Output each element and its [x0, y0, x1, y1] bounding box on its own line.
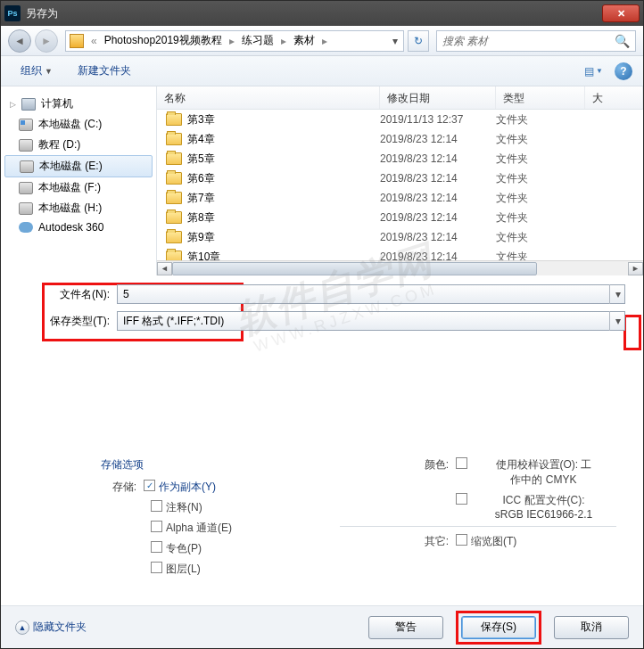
folder-icon [166, 192, 182, 204]
tree-drive-c[interactable]: 本地磁盘 (C:) [1, 114, 156, 135]
filetype-combo[interactable]: IFF 格式 (*.IFF;*.TDI) [117, 311, 625, 331]
notes-checkbox[interactable] [151, 500, 162, 512]
h-scrollbar[interactable]: ◄ ► [157, 260, 643, 275]
file-name: 第9章 [187, 230, 215, 245]
file-row[interactable]: 第8章2019/8/23 12:14文件夹 [157, 208, 643, 227]
spot-checkbox[interactable] [151, 541, 162, 553]
col-size[interactable]: 大 [585, 86, 643, 109]
file-type: 文件夹 [496, 250, 585, 261]
view-mode-button[interactable]: ▤ ▼ [580, 62, 607, 80]
breadcrumb[interactable]: « Photoshop2019视频教程 ▸ 练习题 ▸ 素材 ▸ ▾ [65, 30, 404, 52]
file-date: 2019/8/23 12:14 [380, 172, 496, 185]
scroll-right-button[interactable]: ► [628, 262, 643, 275]
filename-section: 文件名(N): 5 ▾ 保存类型(T): IFF 格式 (*.IFF;*.TDI… [1, 275, 643, 341]
save-button[interactable]: 保存(S) [461, 616, 536, 639]
tree-computer[interactable]: ▷ 计算机 [1, 94, 156, 114]
drive-icon [20, 160, 34, 173]
file-list: 名称 修改日期 类型 大 第3章2019/11/13 12:37文件夹第4章20… [157, 86, 643, 275]
tree-drive-d[interactable]: 教程 (D:) [1, 135, 156, 155]
sidebar-tree: ▷ 计算机 本地磁盘 (C:) 教程 (D:) 本地磁盘 (E:) 本地磁盘 (… [1, 86, 157, 275]
breadcrumb-part[interactable]: Photoshop2019视频教程 [101, 33, 226, 48]
filename-label: 文件名(N): [45, 287, 117, 302]
file-row[interactable]: 第10章2019/8/23 12:14文件夹 [157, 247, 643, 260]
folder-icon [166, 152, 182, 165]
search-icon[interactable]: 🔍 [615, 34, 630, 48]
chevron-right-icon: « [87, 35, 101, 47]
tree-drive-e[interactable]: 本地磁盘 (E:) [4, 155, 153, 177]
file-row[interactable]: 第6章2019/8/23 12:14文件夹 [157, 168, 643, 188]
save-as-dialog: Ps 另存为 ✕ ◄ ► « Photoshop2019视频教程 ▸ 练习题 ▸… [0, 0, 644, 649]
as-copy-checkbox[interactable]: ✓ [144, 480, 155, 491]
thumb-checkbox[interactable] [456, 534, 467, 546]
col-type[interactable]: 类型 [496, 86, 585, 109]
computer-icon [21, 98, 36, 111]
warning-button[interactable]: 警告 [368, 616, 443, 639]
file-type: 文件夹 [496, 210, 585, 226]
forward-button[interactable]: ► [35, 29, 58, 53]
file-date: 2019/8/23 12:14 [380, 211, 496, 224]
file-type: 文件夹 [496, 171, 585, 186]
file-name: 第3章 [187, 112, 215, 127]
organize-menu[interactable]: 组织▼ [12, 60, 62, 82]
breadcrumb-part[interactable]: 练习题 [238, 33, 277, 48]
dialog-title: 另存为 [26, 6, 602, 21]
file-row[interactable]: 第9章2019/8/23 12:14文件夹 [157, 227, 643, 247]
scroll-left-button[interactable]: ◄ [157, 262, 172, 275]
tree-drive-h[interactable]: 本地磁盘 (H:) [1, 198, 156, 218]
footer: ▲ 隐藏文件夹 警告 保存(S) 取消 [1, 605, 643, 648]
file-type: 文件夹 [496, 191, 585, 206]
file-date: 2019/8/23 12:14 [380, 152, 496, 165]
refresh-button[interactable]: ↻ [408, 30, 429, 52]
icc-checkbox[interactable] [456, 493, 467, 505]
search-box[interactable]: 🔍 [436, 30, 636, 52]
chevron-down-icon[interactable]: ▾ [609, 284, 625, 304]
filetype-label: 保存类型(T): [45, 314, 117, 329]
file-type: 文件夹 [496, 230, 585, 245]
alpha-checkbox[interactable] [151, 521, 162, 532]
file-row[interactable]: 第3章2019/11/13 12:37文件夹 [157, 110, 643, 129]
layers-checkbox[interactable] [151, 562, 162, 573]
proof-checkbox[interactable] [456, 457, 467, 469]
file-row[interactable]: 第5章2019/8/23 12:14文件夹 [157, 149, 643, 168]
file-row[interactable]: 第4章2019/8/23 12:14文件夹 [157, 129, 643, 149]
folder-icon [166, 231, 182, 243]
chevron-right-icon: ▸ [226, 35, 238, 47]
drive-icon [19, 182, 33, 194]
help-button[interactable]: ? [615, 62, 632, 80]
scroll-track[interactable] [172, 262, 628, 275]
file-type: 文件夹 [496, 132, 585, 147]
search-input[interactable] [442, 35, 615, 47]
titlebar: Ps 另存为 ✕ [1, 1, 643, 26]
file-name: 第6章 [187, 171, 215, 186]
file-name: 第10章 [187, 250, 220, 261]
file-browser: ▷ 计算机 本地磁盘 (C:) 教程 (D:) 本地磁盘 (E:) 本地磁盘 (… [1, 86, 643, 275]
file-date: 2019/8/23 12:14 [380, 133, 496, 145]
back-button[interactable]: ◄ [8, 29, 31, 53]
tree-drive-f[interactable]: 本地磁盘 (F:) [1, 177, 156, 198]
folder-icon [166, 251, 182, 260]
file-type: 文件夹 [496, 152, 585, 167]
filename-input[interactable]: 5 [117, 284, 625, 304]
file-name: 第7章 [187, 191, 215, 206]
scroll-thumb[interactable] [172, 262, 537, 275]
folder-icon [166, 172, 182, 185]
breadcrumb-part[interactable]: 素材 [290, 33, 318, 48]
chevron-down-icon[interactable]: ▾ [609, 311, 625, 331]
col-name[interactable]: 名称 [157, 86, 380, 109]
cancel-button[interactable]: 取消 [554, 616, 629, 639]
highlight-box: 保存(S) [456, 611, 541, 645]
close-button[interactable]: ✕ [602, 4, 640, 22]
hide-folders-toggle[interactable]: ▲ 隐藏文件夹 [15, 620, 87, 635]
new-folder-button[interactable]: 新建文件夹 [69, 60, 140, 82]
tree-autodesk[interactable]: Autodesk 360 [1, 218, 156, 236]
col-date[interactable]: 修改日期 [380, 86, 496, 109]
drive-icon [19, 119, 33, 131]
as-copy-label[interactable]: 作为副本(Y) [159, 480, 216, 495]
save-options: 存储选项 存储: ✓ 作为副本(Y) 注释(N) Alpha 通道(E) 专色(… [1, 448, 643, 591]
chevron-right-icon: ▸ [277, 35, 290, 47]
chevron-down-icon[interactable]: ▾ [391, 35, 400, 47]
file-row[interactable]: 第7章2019/8/23 12:14文件夹 [157, 188, 643, 208]
folder-icon [166, 113, 182, 126]
file-type: 文件夹 [496, 112, 585, 127]
nav-bar: ◄ ► « Photoshop2019视频教程 ▸ 练习题 ▸ 素材 ▸ ▾ ↻… [1, 26, 643, 56]
